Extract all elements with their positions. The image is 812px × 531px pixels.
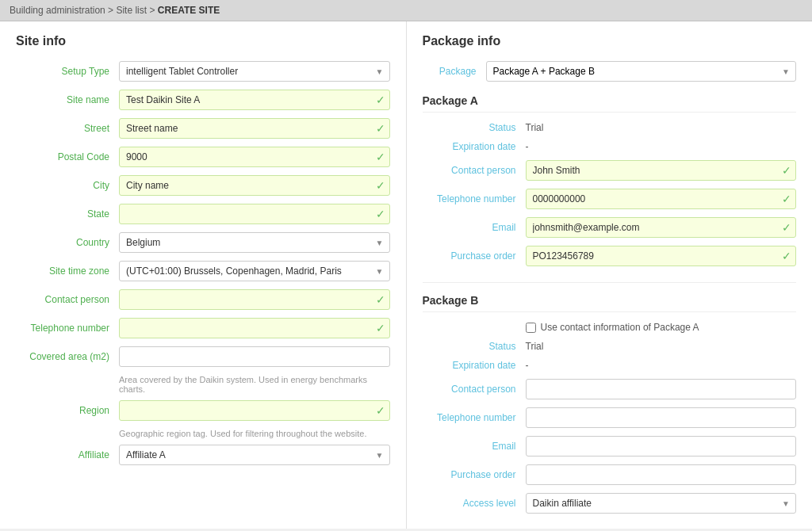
- pkg-a-contact-field: ✓: [526, 160, 797, 181]
- package-info-title: Package info: [423, 34, 797, 48]
- pkg-b-contact-input[interactable]: [526, 379, 797, 399]
- timezone-label: Site time zone: [16, 266, 119, 277]
- pkg-a-email-row: Email ✓: [423, 217, 797, 238]
- pkg-b-expiration-row: Expiration date -: [423, 360, 797, 371]
- country-select[interactable]: Belgium: [119, 232, 390, 253]
- pkg-a-expiration-label: Expiration date: [423, 141, 526, 152]
- site-name-row: Site name ✓: [16, 90, 390, 110]
- pkg-b-status-label: Status: [423, 341, 526, 352]
- pkg-b-purchase-label: Purchase order: [423, 469, 526, 480]
- postal-code-field: ✓: [119, 147, 390, 167]
- pkg-b-telephone-field: [526, 407, 797, 428]
- pkg-a-telephone-field: ✓: [526, 189, 797, 209]
- contact-person-field: ✓: [119, 289, 390, 310]
- setup-type-select[interactable]: intelligent Tablet Controller: [119, 61, 390, 82]
- contact-person-input[interactable]: [119, 289, 390, 310]
- pkg-a-purchase-field: ✓: [526, 246, 797, 266]
- pkg-b-purchase-row: Purchase order: [423, 464, 797, 485]
- covered-area-input[interactable]: [119, 346, 390, 367]
- breadcrumb-item-2[interactable]: Site list: [116, 5, 147, 16]
- pkg-b-status-row: Status Trial: [423, 341, 797, 352]
- pkg-a-purchase-input[interactable]: [526, 246, 797, 266]
- country-label: Country: [16, 237, 119, 248]
- package-info-panel: Package info Package Package A + Package…: [407, 21, 813, 529]
- covered-area-hint: Area covered by the Daikin system. Used …: [119, 375, 390, 394]
- pkg-a-purchase-row: Purchase order ✓: [423, 246, 797, 266]
- package-top-row: Package Package A + Package B ▼: [423, 61, 797, 82]
- postal-code-check-icon: ✓: [376, 151, 385, 163]
- state-input[interactable]: [119, 204, 390, 224]
- affiliate-field: Affiliate A ▼: [119, 445, 390, 465]
- pkg-b-telephone-input[interactable]: [526, 407, 797, 428]
- site-name-input[interactable]: [119, 90, 390, 110]
- pkg-b-telephone-row: Telephone number: [423, 407, 797, 428]
- pkg-b-access-select[interactable]: Daikin affiliate: [526, 493, 797, 514]
- package-a-section: Package A Status Trial Expiration date -…: [423, 94, 797, 266]
- use-contact-label: Use contact information of Package A: [541, 322, 699, 333]
- state-row: State ✓: [16, 204, 390, 224]
- site-info-panel: Site info Setup Type intelligent Tablet …: [0, 21, 407, 529]
- package-label: Package: [423, 66, 486, 77]
- package-select[interactable]: Package A + Package B: [486, 61, 797, 82]
- pkg-b-purchase-input[interactable]: [526, 464, 797, 485]
- pkg-b-email-field: [526, 436, 797, 457]
- timezone-select[interactable]: (UTC+01:00) Brussels, Copenhagen, Madrid…: [119, 261, 390, 281]
- pkg-a-email-input[interactable]: [526, 217, 797, 238]
- pkg-a-contact-row: Contact person ✓: [423, 160, 797, 181]
- pkg-a-status-value: Trial: [526, 122, 797, 133]
- postal-code-input[interactable]: [119, 147, 390, 167]
- use-contact-row: Use contact information of Package A: [526, 322, 797, 333]
- pkg-b-access-label: Access level: [423, 498, 526, 509]
- pkg-b-access-row: Access level Daikin affiliate ▼: [423, 493, 797, 514]
- pkg-b-expiration-value: -: [526, 360, 797, 371]
- pkg-a-telephone-row: Telephone number ✓: [423, 189, 797, 209]
- street-label: Street: [16, 123, 119, 134]
- region-row: Region ✓: [16, 400, 390, 421]
- pkg-a-contact-label: Contact person: [423, 165, 526, 176]
- pkg-a-telephone-input[interactable]: [526, 189, 797, 209]
- street-input[interactable]: [119, 118, 390, 139]
- breadcrumb-item-1[interactable]: Building administration: [10, 5, 105, 16]
- affiliate-select[interactable]: Affiliate A: [119, 445, 390, 465]
- pkg-b-email-input[interactable]: [526, 436, 797, 457]
- telephone-input[interactable]: [119, 318, 390, 338]
- city-input[interactable]: [119, 175, 390, 196]
- pkg-b-contact-label: Contact person: [423, 384, 526, 395]
- pkg-b-email-row: Email: [423, 436, 797, 457]
- pkg-a-contact-input[interactable]: [526, 160, 797, 181]
- pkg-a-telephone-check-icon: ✓: [782, 193, 791, 205]
- covered-area-label: Covered area (m2): [16, 351, 119, 362]
- city-row: City ✓: [16, 175, 390, 196]
- telephone-label: Telephone number: [16, 323, 119, 334]
- region-label: Region: [16, 405, 119, 416]
- use-contact-checkbox[interactable]: [526, 323, 536, 333]
- pkg-a-contact-check-icon: ✓: [782, 164, 791, 177]
- contact-person-check-icon: ✓: [376, 293, 385, 306]
- site-name-label: Site name: [16, 94, 119, 105]
- pkg-b-access-field: Daikin affiliate ▼: [526, 493, 797, 514]
- setup-type-label: Setup Type: [16, 66, 119, 77]
- site-name-field: ✓: [119, 90, 390, 110]
- pkg-b-contact-field: [526, 379, 797, 399]
- breadcrumb: Building administration > Site list > CR…: [0, 0, 812, 21]
- affiliate-label: Affiliate: [16, 449, 119, 460]
- region-input[interactable]: [119, 400, 390, 421]
- pkg-a-email-field: ✓: [526, 217, 797, 238]
- main-content: Site info Setup Type intelligent Tablet …: [0, 21, 812, 529]
- state-check-icon: ✓: [376, 208, 385, 220]
- package-divider: [423, 282, 797, 283]
- state-field: ✓: [119, 204, 390, 224]
- street-row: Street ✓: [16, 118, 390, 139]
- package-a-title: Package A: [423, 94, 797, 113]
- region-check-icon: ✓: [376, 404, 385, 417]
- package-b-section: Package B Use contact information of Pac…: [423, 294, 797, 514]
- pkg-a-status-row: Status Trial: [423, 122, 797, 133]
- postal-code-row: Postal Code ✓: [16, 147, 390, 167]
- pkg-b-expiration-label: Expiration date: [423, 360, 526, 371]
- region-hint: Geographic region tag. Used for filterin…: [119, 429, 390, 438]
- street-field: ✓: [119, 118, 390, 139]
- contact-person-row: Contact person ✓: [16, 289, 390, 310]
- pkg-b-telephone-label: Telephone number: [423, 412, 526, 423]
- city-check-icon: ✓: [376, 179, 385, 192]
- state-label: State: [16, 208, 119, 220]
